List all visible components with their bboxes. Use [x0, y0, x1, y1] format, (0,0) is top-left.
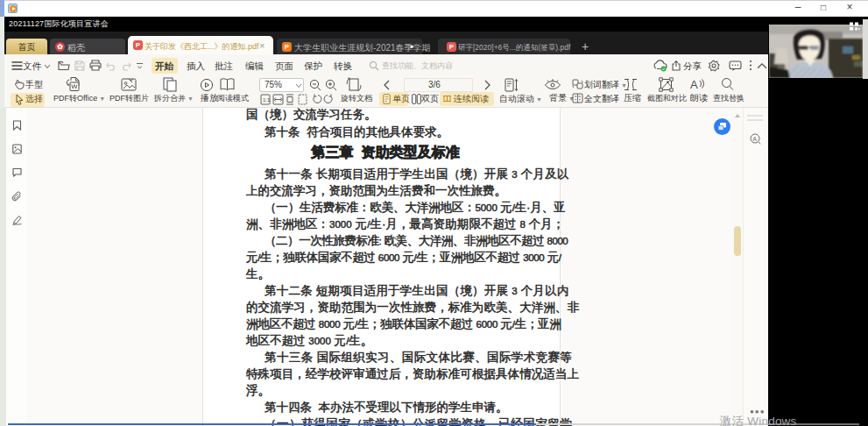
- svg-text:A: A: [753, 136, 758, 142]
- svg-text:1:1: 1:1: [263, 97, 271, 103]
- svg-text:A: A: [690, 78, 698, 91]
